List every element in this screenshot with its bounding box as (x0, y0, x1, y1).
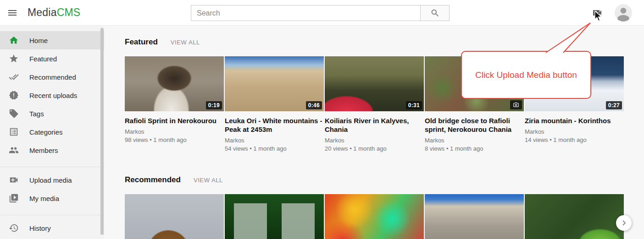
media-card[interactable] (225, 194, 324, 239)
video-thumbnail[interactable] (325, 194, 424, 239)
video-thumbnail[interactable] (125, 194, 224, 239)
sidebar-item-members[interactable]: Members (0, 141, 104, 159)
categories-icon (8, 126, 19, 137)
upload-media-icon (8, 174, 19, 185)
sidebar-nav: Home Featured Recommended Recent uploads (0, 26, 104, 237)
home-icon (8, 35, 19, 46)
video-title[interactable]: Leuka Ori - White mountains - Peak at 24… (225, 116, 324, 134)
sidebar-item-tags[interactable]: Tags (0, 104, 104, 123)
sidebar-scrollbar[interactable] (100, 28, 104, 235)
sidebar-item-label: Members (29, 147, 58, 154)
duration-badge: 0:27 (606, 101, 622, 109)
sidebar-item-recent-uploads[interactable]: Recent uploads (0, 86, 104, 104)
media-card[interactable] (125, 194, 224, 239)
video-meta: 98 views • 1 month ago (125, 136, 224, 143)
video-title[interactable]: Rafioli Sprint in Nerokourou (125, 116, 224, 125)
video-thumbnail[interactable] (425, 194, 524, 239)
sidebar-divider (0, 215, 104, 215)
search-form (191, 5, 450, 21)
sidebar-item-label: Categories (29, 128, 63, 136)
upload-media-icon[interactable] (592, 7, 604, 18)
duration-badge: 0:46 (306, 101, 322, 109)
callout-text: Click Upload Media button (475, 70, 577, 80)
person-icon (615, 4, 632, 22)
done-all-icon (8, 71, 19, 82)
logo-text-primary: Media (28, 6, 57, 18)
tag-icon (8, 108, 19, 119)
video-author[interactable]: Markos (525, 128, 624, 135)
search-button[interactable] (420, 5, 449, 21)
sidebar-item-label: Home (29, 37, 48, 44)
new-releases-icon (8, 90, 19, 101)
sidebar-item-featured[interactable]: Featured (0, 49, 104, 68)
video-author[interactable]: Markos (125, 128, 224, 135)
mediacms-home-page: MediaCMS Home Featured (0, 0, 644, 239)
video-title[interactable]: Koiliaris River in Kalyves, Chania (325, 116, 424, 134)
video-meta: 8 views • 1 month ago (425, 145, 524, 152)
featured-section-header: Featured VIEW ALL (125, 26, 644, 47)
search-icon (430, 8, 440, 18)
app-logo[interactable]: MediaCMS (28, 6, 80, 19)
sidebar-divider (0, 167, 104, 167)
recommended-card-row (125, 194, 644, 239)
video-author[interactable]: Markos (325, 137, 424, 144)
video-thumbnail[interactable]: 0:46 (225, 56, 324, 111)
media-card[interactable] (325, 194, 424, 239)
sidebar-item-label: History (29, 224, 51, 232)
sidebar-item-upload-media[interactable]: Upload media (0, 171, 104, 189)
sidebar-item-home[interactable]: Home (0, 31, 104, 49)
video-meta: 20 views • 1 month ago (325, 145, 424, 152)
search-input[interactable] (191, 5, 420, 21)
sidebar-item-recommended[interactable]: Recommended (0, 68, 104, 86)
sidebar-item-label: My media (29, 195, 59, 202)
carousel-next-button[interactable] (616, 215, 632, 231)
logo-text-accent: CMS (57, 6, 81, 18)
history-icon (8, 223, 19, 234)
camera-badge (510, 100, 522, 109)
video-meta: 54 views • 1 month ago (225, 145, 324, 152)
camera-icon (513, 102, 519, 108)
sidebar-item-label: Recent uploads (29, 92, 77, 99)
sidebar-item-my-media[interactable]: My media (0, 189, 104, 207)
tutorial-callout: Click Upload Media button (461, 51, 591, 99)
media-card[interactable]: 0:31 Koiliaris River in Kalyves, Chania … (325, 56, 424, 175)
section-title: Recommended (125, 175, 181, 185)
video-thumbnail[interactable]: 0:31 (325, 56, 424, 111)
my-media-icon (8, 193, 19, 204)
recommended-section-header: Recommended VIEW ALL (125, 175, 644, 185)
sidebar-item-categories[interactable]: Categories (0, 123, 104, 141)
video-author[interactable]: Markos (425, 137, 524, 144)
recommended-view-all-link[interactable]: VIEW ALL (194, 177, 223, 184)
media-card[interactable] (425, 194, 524, 239)
video-meta: 14 views • 1 month ago (525, 136, 624, 143)
featured-view-all-link[interactable]: VIEW ALL (171, 39, 200, 46)
user-avatar[interactable] (615, 4, 632, 22)
sidebar: Home Featured Recommended Recent uploads (0, 26, 104, 239)
media-card[interactable]: 0:46 Leuka Ori - White mountains - Peak … (225, 56, 324, 175)
media-card[interactable]: 0:19 Rafioli Sprint in Nerokourou Markos… (125, 56, 224, 175)
sidebar-item-history[interactable]: History (0, 219, 104, 237)
section-title: Featured (125, 38, 158, 47)
video-thumbnail[interactable] (225, 194, 324, 239)
star-icon (8, 53, 19, 64)
duration-badge: 0:19 (206, 101, 222, 109)
chevron-right-icon (620, 219, 627, 227)
media-card[interactable] (525, 194, 624, 239)
sidebar-item-label: Tags (29, 110, 44, 118)
sidebar-item-label: Upload media (29, 176, 72, 184)
members-icon (8, 145, 19, 156)
sidebar-item-label: Recommended (29, 73, 76, 81)
video-title[interactable]: Ziria mountain - Korinthos (525, 116, 624, 125)
top-bar: MediaCMS (0, 0, 644, 26)
video-thumbnail[interactable]: 0:19 (125, 56, 224, 111)
duration-badge: 0:31 (406, 101, 422, 109)
menu-icon[interactable] (6, 7, 18, 18)
sidebar-item-label: Featured (29, 55, 57, 63)
video-thumbnail[interactable] (525, 194, 624, 239)
video-author[interactable]: Markos (225, 137, 324, 144)
video-title[interactable]: Old bridge close to Rafioli sprint, Nero… (425, 116, 524, 134)
